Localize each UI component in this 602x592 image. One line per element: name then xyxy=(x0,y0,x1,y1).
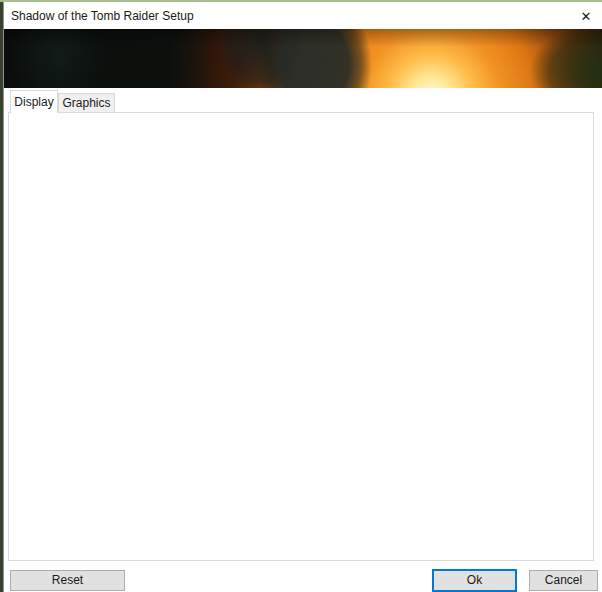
tab-display[interactable]: Display xyxy=(10,90,58,113)
window-left-border xyxy=(3,0,4,592)
setup-window: Shadow of the Tomb Raider Setup ✕ Displa… xyxy=(0,0,602,592)
window-title: Shadow of the Tomb Raider Setup xyxy=(11,9,194,23)
cancel-button[interactable]: Cancel xyxy=(529,570,598,591)
reset-button[interactable]: Reset xyxy=(10,570,125,591)
tab-display-label: Display xyxy=(14,95,53,109)
close-icon[interactable]: ✕ xyxy=(575,6,597,28)
tab-graphics[interactable]: Graphics xyxy=(58,93,115,113)
tab-graphics-label: Graphics xyxy=(62,96,110,110)
display-tab-page xyxy=(8,112,594,561)
window-top-edge xyxy=(0,0,602,2)
game-banner-image xyxy=(4,29,602,88)
title-bar: Shadow of the Tomb Raider Setup ✕ xyxy=(4,2,602,29)
ok-button[interactable]: Ok xyxy=(432,569,517,592)
